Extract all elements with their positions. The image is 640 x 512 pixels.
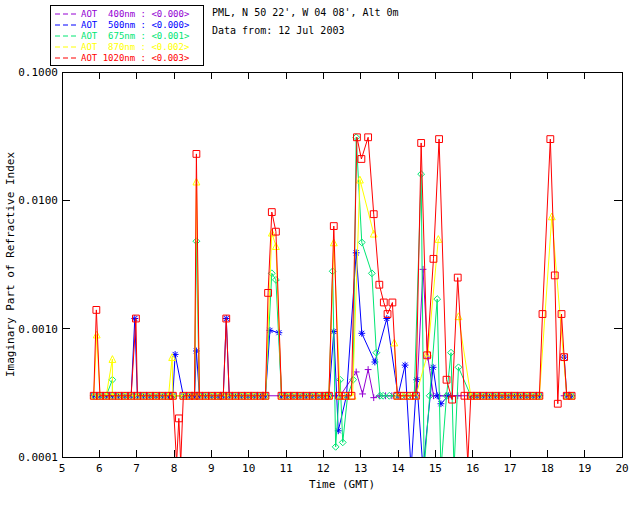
legend-entry: AOT 870nm : <0.002>	[55, 41, 203, 52]
x-tick-label: 6	[96, 462, 103, 475]
legend-entry: AOT 675nm : <0.001>	[55, 30, 203, 41]
x-tick-label: 9	[208, 462, 215, 475]
legend-box: AOT 400nm : <0.000>AOT 500nm : <0.000>AO…	[50, 5, 204, 66]
x-tick-label: 13	[354, 462, 367, 475]
x-tick-label: 11	[279, 462, 292, 475]
legend-entry: AOT 1020nm : <0.003>	[55, 52, 203, 63]
series-aot-675nm	[90, 134, 575, 473]
legend-label: AOT 675nm : <0.001>	[81, 31, 189, 41]
legend-line-sample	[55, 42, 77, 52]
legend-line-sample	[55, 20, 77, 30]
y-tick-label: 0.0100	[18, 194, 58, 207]
x-tick-label: 12	[317, 462, 330, 475]
x-tick-label: 14	[391, 462, 405, 475]
y-tick-label: 0.1000	[18, 66, 58, 79]
y-tick-label: 0.0010	[18, 323, 58, 336]
x-tick-label: 20	[615, 462, 628, 475]
legend-line-sample	[55, 53, 77, 63]
data-date-label: Data from: 12 Jul 2003	[212, 25, 344, 37]
series-line	[94, 180, 572, 396]
legend-label: AOT 1020nm : <0.003>	[81, 53, 189, 63]
legend-entry: AOT 400nm : <0.000>	[55, 8, 203, 19]
x-tick-label: 17	[503, 462, 516, 475]
y-axis-title: Imaginary Part of Refractive Index	[4, 152, 17, 378]
station-title: PML, N 50 22', W 04 08', Alt 0m	[212, 7, 399, 19]
x-tick-label: 7	[133, 462, 140, 475]
chart-canvas: 5678910111213141516171819200.10000.01000…	[0, 0, 640, 512]
x-tick-label: 15	[429, 462, 442, 475]
x-tick-label: 8	[171, 462, 178, 475]
series-line	[94, 137, 572, 469]
x-tick-label: 18	[541, 462, 554, 475]
legend-label: AOT 870nm : <0.002>	[81, 42, 189, 52]
axis-labels: 5678910111213141516171819200.10000.01000…	[4, 66, 629, 491]
x-tick-label: 16	[466, 462, 479, 475]
x-axis-title: Time (GMT)	[309, 478, 375, 491]
diamond-markers	[90, 134, 575, 473]
x-tick-label: 10	[242, 462, 255, 475]
y-tick-label: 0.0001	[18, 451, 58, 464]
series-aot-870nm	[90, 176, 575, 399]
legend-label: AOT 400nm : <0.000>	[81, 9, 189, 19]
x-tick-label: 5	[59, 462, 66, 475]
legend-line-sample	[55, 9, 77, 19]
legend-line-sample	[55, 31, 77, 41]
legend-label: AOT 500nm : <0.000>	[81, 20, 189, 30]
x-tick-label: 19	[578, 462, 591, 475]
legend-entry: AOT 500nm : <0.000>	[55, 19, 203, 30]
